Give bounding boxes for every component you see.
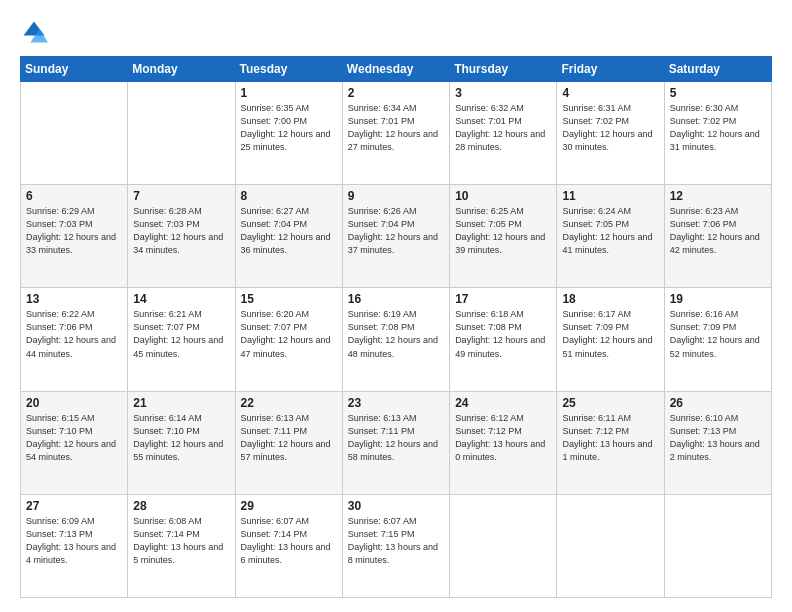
day-info: Sunrise: 6:28 AM Sunset: 7:03 PM Dayligh… [133, 205, 229, 257]
day-info: Sunrise: 6:07 AM Sunset: 7:14 PM Dayligh… [241, 515, 337, 567]
day-number: 18 [562, 292, 658, 306]
day-number: 4 [562, 86, 658, 100]
calendar-cell: 10Sunrise: 6:25 AM Sunset: 7:05 PM Dayli… [450, 185, 557, 288]
day-info: Sunrise: 6:13 AM Sunset: 7:11 PM Dayligh… [241, 412, 337, 464]
weekday-header-friday: Friday [557, 57, 664, 82]
week-row-0: 1Sunrise: 6:35 AM Sunset: 7:00 PM Daylig… [21, 82, 772, 185]
day-number: 2 [348, 86, 444, 100]
calendar-page: SundayMondayTuesdayWednesdayThursdayFrid… [0, 0, 792, 612]
day-number: 6 [26, 189, 122, 203]
day-info: Sunrise: 6:15 AM Sunset: 7:10 PM Dayligh… [26, 412, 122, 464]
calendar-cell: 1Sunrise: 6:35 AM Sunset: 7:00 PM Daylig… [235, 82, 342, 185]
calendar-cell: 14Sunrise: 6:21 AM Sunset: 7:07 PM Dayli… [128, 288, 235, 391]
day-info: Sunrise: 6:17 AM Sunset: 7:09 PM Dayligh… [562, 308, 658, 360]
day-number: 5 [670, 86, 766, 100]
calendar-cell: 20Sunrise: 6:15 AM Sunset: 7:10 PM Dayli… [21, 391, 128, 494]
day-number: 3 [455, 86, 551, 100]
calendar-cell: 19Sunrise: 6:16 AM Sunset: 7:09 PM Dayli… [664, 288, 771, 391]
day-number: 21 [133, 396, 229, 410]
week-row-4: 27Sunrise: 6:09 AM Sunset: 7:13 PM Dayli… [21, 494, 772, 597]
calendar-cell: 25Sunrise: 6:11 AM Sunset: 7:12 PM Dayli… [557, 391, 664, 494]
calendar-table: SundayMondayTuesdayWednesdayThursdayFrid… [20, 56, 772, 598]
calendar-cell: 3Sunrise: 6:32 AM Sunset: 7:01 PM Daylig… [450, 82, 557, 185]
calendar-cell: 9Sunrise: 6:26 AM Sunset: 7:04 PM Daylig… [342, 185, 449, 288]
calendar-cell: 27Sunrise: 6:09 AM Sunset: 7:13 PM Dayli… [21, 494, 128, 597]
day-info: Sunrise: 6:26 AM Sunset: 7:04 PM Dayligh… [348, 205, 444, 257]
day-number: 11 [562, 189, 658, 203]
day-info: Sunrise: 6:12 AM Sunset: 7:12 PM Dayligh… [455, 412, 551, 464]
calendar-cell: 8Sunrise: 6:27 AM Sunset: 7:04 PM Daylig… [235, 185, 342, 288]
logo [20, 18, 52, 46]
calendar-cell: 17Sunrise: 6:18 AM Sunset: 7:08 PM Dayli… [450, 288, 557, 391]
calendar-cell: 21Sunrise: 6:14 AM Sunset: 7:10 PM Dayli… [128, 391, 235, 494]
day-info: Sunrise: 6:23 AM Sunset: 7:06 PM Dayligh… [670, 205, 766, 257]
day-number: 12 [670, 189, 766, 203]
day-number: 19 [670, 292, 766, 306]
day-info: Sunrise: 6:21 AM Sunset: 7:07 PM Dayligh… [133, 308, 229, 360]
day-info: Sunrise: 6:08 AM Sunset: 7:14 PM Dayligh… [133, 515, 229, 567]
day-info: Sunrise: 6:34 AM Sunset: 7:01 PM Dayligh… [348, 102, 444, 154]
day-number: 10 [455, 189, 551, 203]
calendar-cell [21, 82, 128, 185]
header [20, 18, 772, 46]
day-number: 7 [133, 189, 229, 203]
day-info: Sunrise: 6:24 AM Sunset: 7:05 PM Dayligh… [562, 205, 658, 257]
day-info: Sunrise: 6:35 AM Sunset: 7:00 PM Dayligh… [241, 102, 337, 154]
calendar-cell: 24Sunrise: 6:12 AM Sunset: 7:12 PM Dayli… [450, 391, 557, 494]
calendar-cell [128, 82, 235, 185]
calendar-cell: 12Sunrise: 6:23 AM Sunset: 7:06 PM Dayli… [664, 185, 771, 288]
day-number: 20 [26, 396, 122, 410]
day-info: Sunrise: 6:32 AM Sunset: 7:01 PM Dayligh… [455, 102, 551, 154]
weekday-header-monday: Monday [128, 57, 235, 82]
day-number: 25 [562, 396, 658, 410]
calendar-cell: 5Sunrise: 6:30 AM Sunset: 7:02 PM Daylig… [664, 82, 771, 185]
day-info: Sunrise: 6:31 AM Sunset: 7:02 PM Dayligh… [562, 102, 658, 154]
day-number: 17 [455, 292, 551, 306]
day-info: Sunrise: 6:18 AM Sunset: 7:08 PM Dayligh… [455, 308, 551, 360]
day-number: 26 [670, 396, 766, 410]
day-info: Sunrise: 6:27 AM Sunset: 7:04 PM Dayligh… [241, 205, 337, 257]
calendar-cell [450, 494, 557, 597]
weekday-header-tuesday: Tuesday [235, 57, 342, 82]
calendar-cell: 28Sunrise: 6:08 AM Sunset: 7:14 PM Dayli… [128, 494, 235, 597]
calendar-cell: 2Sunrise: 6:34 AM Sunset: 7:01 PM Daylig… [342, 82, 449, 185]
calendar-cell [557, 494, 664, 597]
day-number: 23 [348, 396, 444, 410]
day-number: 28 [133, 499, 229, 513]
day-info: Sunrise: 6:07 AM Sunset: 7:15 PM Dayligh… [348, 515, 444, 567]
calendar-cell: 15Sunrise: 6:20 AM Sunset: 7:07 PM Dayli… [235, 288, 342, 391]
weekday-header-thursday: Thursday [450, 57, 557, 82]
day-number: 14 [133, 292, 229, 306]
calendar-cell: 30Sunrise: 6:07 AM Sunset: 7:15 PM Dayli… [342, 494, 449, 597]
day-info: Sunrise: 6:25 AM Sunset: 7:05 PM Dayligh… [455, 205, 551, 257]
day-info: Sunrise: 6:30 AM Sunset: 7:02 PM Dayligh… [670, 102, 766, 154]
calendar-cell: 13Sunrise: 6:22 AM Sunset: 7:06 PM Dayli… [21, 288, 128, 391]
day-number: 22 [241, 396, 337, 410]
logo-icon [20, 18, 48, 46]
day-number: 13 [26, 292, 122, 306]
weekday-header-row: SundayMondayTuesdayWednesdayThursdayFrid… [21, 57, 772, 82]
day-info: Sunrise: 6:22 AM Sunset: 7:06 PM Dayligh… [26, 308, 122, 360]
day-info: Sunrise: 6:11 AM Sunset: 7:12 PM Dayligh… [562, 412, 658, 464]
calendar-cell: 11Sunrise: 6:24 AM Sunset: 7:05 PM Dayli… [557, 185, 664, 288]
calendar-cell: 16Sunrise: 6:19 AM Sunset: 7:08 PM Dayli… [342, 288, 449, 391]
day-number: 1 [241, 86, 337, 100]
calendar-cell: 23Sunrise: 6:13 AM Sunset: 7:11 PM Dayli… [342, 391, 449, 494]
week-row-2: 13Sunrise: 6:22 AM Sunset: 7:06 PM Dayli… [21, 288, 772, 391]
day-info: Sunrise: 6:10 AM Sunset: 7:13 PM Dayligh… [670, 412, 766, 464]
day-info: Sunrise: 6:13 AM Sunset: 7:11 PM Dayligh… [348, 412, 444, 464]
calendar-cell: 26Sunrise: 6:10 AM Sunset: 7:13 PM Dayli… [664, 391, 771, 494]
calendar-cell: 7Sunrise: 6:28 AM Sunset: 7:03 PM Daylig… [128, 185, 235, 288]
weekday-header-saturday: Saturday [664, 57, 771, 82]
calendar-cell [664, 494, 771, 597]
day-number: 24 [455, 396, 551, 410]
calendar-cell: 29Sunrise: 6:07 AM Sunset: 7:14 PM Dayli… [235, 494, 342, 597]
week-row-3: 20Sunrise: 6:15 AM Sunset: 7:10 PM Dayli… [21, 391, 772, 494]
day-number: 9 [348, 189, 444, 203]
day-info: Sunrise: 6:29 AM Sunset: 7:03 PM Dayligh… [26, 205, 122, 257]
day-number: 29 [241, 499, 337, 513]
day-info: Sunrise: 6:20 AM Sunset: 7:07 PM Dayligh… [241, 308, 337, 360]
day-info: Sunrise: 6:14 AM Sunset: 7:10 PM Dayligh… [133, 412, 229, 464]
day-number: 15 [241, 292, 337, 306]
weekday-header-wednesday: Wednesday [342, 57, 449, 82]
